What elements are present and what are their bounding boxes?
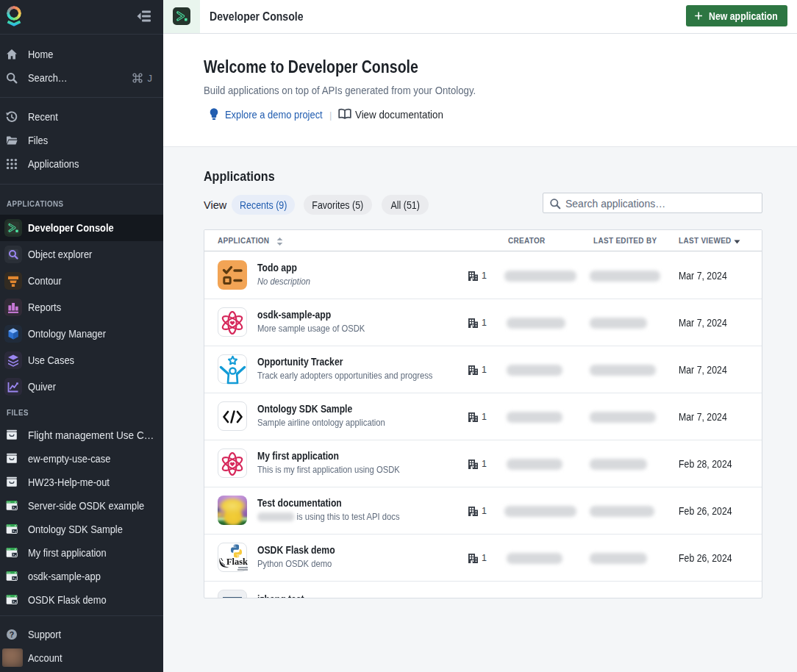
svg-text:?: ? xyxy=(10,630,14,639)
